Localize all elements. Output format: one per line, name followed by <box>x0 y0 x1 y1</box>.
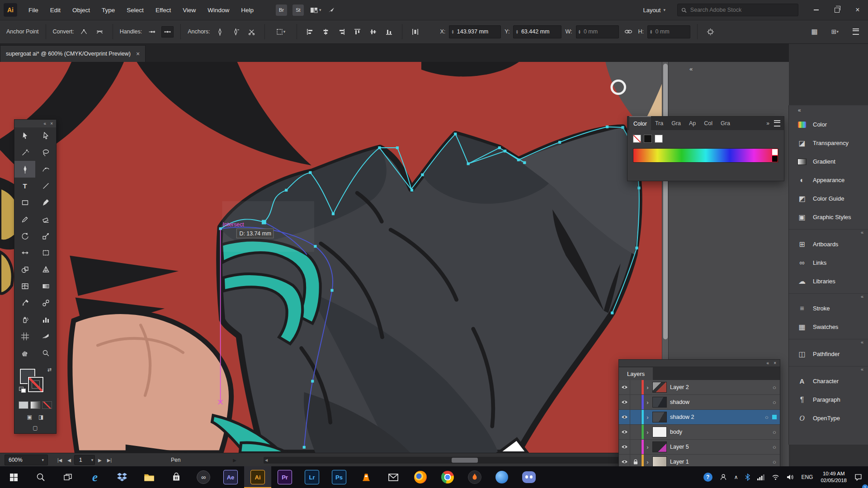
panel-menu-icon[interactable] <box>849 26 862 38</box>
tool-slice[interactable] <box>35 328 56 345</box>
tool-lasso[interactable] <box>35 144 56 161</box>
layer-name[interactable]: Layer 1 <box>670 459 769 465</box>
layer-row[interactable]: › Layer 2 ○ <box>619 380 780 395</box>
tab-color-guide[interactable]: Col <box>700 117 717 130</box>
tool-curvature[interactable] <box>35 161 56 178</box>
align-right-button[interactable] <box>335 26 348 38</box>
tool-scale[interactable] <box>35 228 56 244</box>
dock-item-swatches[interactable]: ▦ Swatches <box>789 318 868 336</box>
tool-pencil[interactable] <box>14 211 35 228</box>
close-panel-icon[interactable]: × <box>774 361 776 366</box>
zoom-dropdown[interactable]: 600%▾ <box>5 455 48 465</box>
target-circle[interactable]: ○ <box>769 429 780 436</box>
y-field[interactable]: ▲▼ 63.442 mm <box>513 25 561 38</box>
get-help-icon[interactable]: ? <box>700 466 716 488</box>
previous-artboard-button[interactable]: ◀ <box>65 458 73 463</box>
tool-mesh[interactable] <box>14 278 35 295</box>
vertical-scroll-thumb[interactable] <box>663 64 668 339</box>
tab-graphic-styles[interactable]: Gra <box>717 117 734 130</box>
color-mode-button[interactable] <box>19 401 28 409</box>
align-left-button[interactable] <box>304 26 316 38</box>
store-icon[interactable] <box>163 466 190 488</box>
tool-eyedropper[interactable] <box>14 295 35 311</box>
mail-icon[interactable] <box>380 466 407 488</box>
none-swatch[interactable] <box>633 135 641 143</box>
minimize-button[interactable] <box>806 0 826 20</box>
task-view-icon[interactable] <box>54 466 81 488</box>
tool-direct-selection[interactable] <box>35 127 56 144</box>
stock-button[interactable]: St <box>292 5 304 16</box>
none-mode-button[interactable] <box>42 401 52 409</box>
scroll-left-icon[interactable]: ◀ <box>265 458 268 462</box>
next-artboard-button[interactable]: ▶ <box>96 458 104 463</box>
dock-item-pathfinder[interactable]: ◫ Pathfinder <box>789 345 868 363</box>
dock-item-libraries[interactable]: ☁ Libraries <box>789 272 868 291</box>
collapse-group-icon[interactable]: « <box>861 230 863 235</box>
collapse-toolbar-icon[interactable]: « <box>44 121 47 126</box>
collapse-panels-icon[interactable]: « <box>689 66 693 72</box>
tab-layers[interactable]: Layers <box>619 367 653 380</box>
tab-color[interactable]: Color <box>629 116 651 131</box>
after-effects-icon[interactable]: Ae <box>217 466 244 488</box>
panel-menu-icon[interactable] <box>774 120 780 127</box>
dock-item-character[interactable]: A Character <box>789 372 868 390</box>
tool-column-graph[interactable] <box>35 311 56 328</box>
dock-item-appearance[interactable]: ◐ Appearance <box>789 171 868 189</box>
expand-arrow[interactable]: › <box>644 384 651 391</box>
layer-thumbnail[interactable] <box>652 441 667 452</box>
stepper-icon[interactable]: ▲▼ <box>649 29 653 34</box>
layer-name[interactable]: Layer 2 <box>670 384 769 390</box>
show-hidden-icons-chevron[interactable]: ∧ <box>731 466 741 488</box>
lock-toggle[interactable] <box>630 425 642 439</box>
connect-endpoints-button[interactable] <box>230 26 242 38</box>
browser-globe-icon[interactable] <box>488 466 515 488</box>
color-spectrum-bar[interactable] <box>633 148 778 163</box>
search-box[interactable] <box>677 4 798 16</box>
w-field[interactable]: ▲▼ 0 mm <box>576 25 619 38</box>
lock-toggle[interactable] <box>630 380 642 394</box>
layer-thumbnail[interactable] <box>652 412 667 422</box>
default-fill-stroke-icon[interactable] <box>19 387 25 392</box>
layer-thumbnail[interactable] <box>652 397 667 408</box>
horizontal-scroll-thumb[interactable] <box>452 458 478 463</box>
menu-help[interactable]: Help <box>235 0 259 20</box>
expand-panel-icon[interactable]: » <box>766 120 769 127</box>
tool-artboard[interactable] <box>14 328 35 345</box>
chrome-icon[interactable] <box>434 466 461 488</box>
canvas[interactable]: Intersect D: 13.74 mm <box>0 62 662 453</box>
visibility-toggle[interactable] <box>619 440 630 454</box>
cut-path-button[interactable] <box>245 26 258 38</box>
collapse-dock-icon[interactable]: « <box>789 105 868 115</box>
document-tab[interactable]: supergoat ai* @ 600% (CMYK/Overprint Pre… <box>0 45 146 62</box>
tool-zoom[interactable] <box>35 345 56 361</box>
layer-name[interactable]: shadow <box>670 399 769 405</box>
dock-item-color[interactable]: Color <box>789 115 868 134</box>
speaker-icon[interactable] <box>783 466 797 488</box>
lock-toggle[interactable] <box>630 395 642 409</box>
dock-item-opentype[interactable]: O OpenType <box>789 409 868 427</box>
menu-edit[interactable]: Edit <box>44 0 66 20</box>
close-button[interactable]: × <box>847 0 868 20</box>
align-top-button[interactable] <box>351 26 363 38</box>
visibility-toggle[interactable] <box>619 380 630 394</box>
artboard-number-field[interactable]: 1▾ <box>74 455 95 465</box>
language-indicator[interactable]: ENG <box>798 466 816 488</box>
convert-to-corner-button[interactable] <box>78 26 90 38</box>
status-flyout-icon[interactable]: ▶ <box>233 458 236 463</box>
action-center-icon[interactable]: 1 <box>851 466 865 488</box>
expand-arrow[interactable]: › <box>644 414 651 421</box>
photoshop-icon[interactable]: Ps <box>326 466 353 488</box>
menu-file[interactable]: File <box>23 0 44 20</box>
collapse-group-icon[interactable]: « <box>861 339 863 345</box>
expand-arrow[interactable]: › <box>644 429 651 436</box>
hide-handles-button[interactable] <box>161 26 174 38</box>
tool-blend[interactable] <box>35 295 56 311</box>
menu-object[interactable]: Object <box>66 0 96 20</box>
layer-name[interactable]: shadow 2 <box>670 414 761 420</box>
tool-gradient[interactable] <box>35 278 56 295</box>
snap-options-button[interactable]: ⊞ ▾ <box>827 26 843 38</box>
workspace-switcher[interactable]: Layout▾ <box>638 7 670 14</box>
flame-app-icon[interactable] <box>461 466 488 488</box>
white-swatch[interactable] <box>655 135 663 143</box>
align-center-vertical-button[interactable] <box>367 26 379 38</box>
